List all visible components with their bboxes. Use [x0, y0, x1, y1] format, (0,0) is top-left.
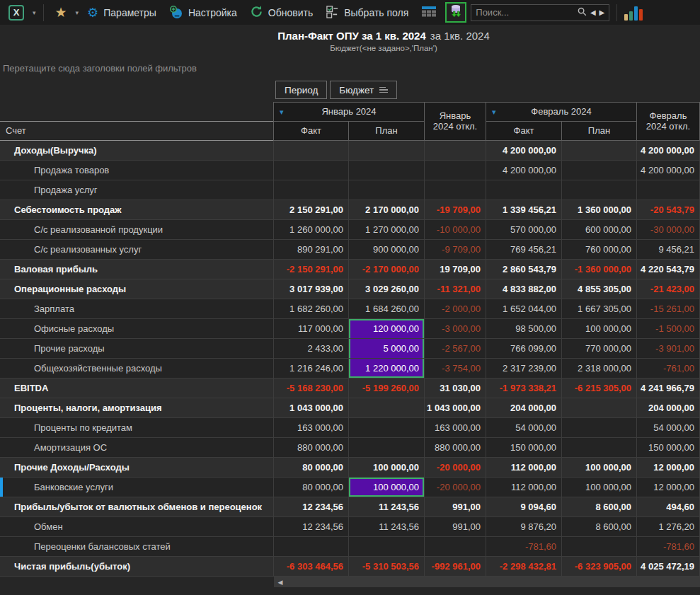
value-cell[interactable]: 4 025 472,19	[637, 557, 700, 577]
subcolumn-header-plan[interactable]: План	[561, 121, 637, 141]
value-cell[interactable]	[562, 537, 637, 557]
value-cell[interactable]: -2 150 291,00	[274, 260, 349, 279]
value-cell[interactable]: 80 000,00	[274, 478, 349, 497]
value-cell[interactable]: -6 215 305,00	[562, 379, 637, 398]
favorites-button[interactable]: ★	[51, 4, 71, 21]
table-row[interactable]: Доходы(Выручка)4 200 000,004 200 000,00	[0, 141, 700, 161]
value-cell[interactable]: 4 200 000,00	[637, 161, 700, 180]
value-cell[interactable]: 12 000,00	[637, 478, 700, 497]
value-cell[interactable]	[274, 141, 349, 161]
table-row[interactable]: Общехозяйственные расходы1 216 246,001 2…	[0, 359, 700, 379]
value-cell[interactable]: 769 456,21	[486, 240, 562, 260]
row-label[interactable]: Прочие расходы	[0, 339, 274, 359]
table-row[interactable]: Чистая прибыль(убыток)-6 303 464,56-5 31…	[0, 557, 700, 577]
value-cell[interactable]: -15 261,00	[637, 299, 700, 319]
value-cell[interactable]: 2 170 000,00	[349, 200, 425, 220]
value-cell[interactable]: 2 317 239,00	[486, 359, 562, 379]
value-cell[interactable]: 1 220 000,00	[349, 359, 425, 379]
value-cell[interactable]: 163 000,00	[425, 418, 486, 438]
table-row[interactable]: Себестоимость продаж2 150 291,002 170 00…	[0, 200, 700, 220]
value-cell[interactable]	[562, 418, 637, 438]
column-header-january[interactable]: ▾ Январь 2024	[273, 102, 425, 122]
row-label[interactable]: Продажа товаров	[0, 161, 274, 180]
row-area-header[interactable]: Счет	[0, 121, 274, 141]
value-cell[interactable]: 54 000,00	[637, 418, 700, 438]
table-row[interactable]: Амортизация ОС880 000,00880 000,00150 00…	[0, 438, 700, 458]
table-row[interactable]: EBITDA-5 168 230,00-5 199 260,0031 030,0…	[0, 379, 700, 398]
favorites-dropdown-caret-icon[interactable]: ▾	[76, 9, 79, 16]
value-cell[interactable]: 8 600,00	[562, 497, 637, 517]
value-cell[interactable]	[425, 537, 486, 557]
row-label[interactable]: Проценты по кредитам	[0, 418, 274, 438]
value-cell[interactable]: 880 000,00	[425, 438, 486, 458]
value-cell[interactable]	[349, 141, 425, 161]
value-cell[interactable]: 2 860 543,79	[486, 260, 562, 279]
value-cell[interactable]: -30 000,00	[637, 220, 700, 240]
table-row[interactable]: Зарплата1 682 260,001 684 260,00-2 000,0…	[0, 299, 700, 319]
value-cell[interactable]: -5 310 503,56	[349, 557, 425, 577]
subcolumn-header-fact[interactable]: Факт	[486, 121, 562, 141]
value-cell[interactable]: 12 234,56	[274, 517, 349, 537]
value-cell[interactable]: -761,00	[637, 359, 700, 379]
value-cell[interactable]: 880 000,00	[274, 438, 349, 458]
field-button-period[interactable]: Период	[275, 81, 327, 99]
value-cell[interactable]: 900 000,00	[349, 240, 425, 260]
value-cell[interactable]	[349, 537, 425, 557]
value-cell[interactable]	[274, 161, 349, 180]
field-button-budget[interactable]: Бюджет	[330, 81, 397, 99]
value-cell[interactable]: -6 303 464,56	[274, 557, 349, 577]
collapse-arrow-icon[interactable]: ▾	[280, 108, 284, 117]
column-header-january-deviation[interactable]: Январь 2024 откл.	[424, 102, 486, 141]
value-cell[interactable]: 1 682 260,00	[274, 299, 349, 319]
value-cell[interactable]	[425, 141, 486, 161]
row-label[interactable]: Проценты, налоги, амортизация	[0, 398, 274, 418]
value-cell[interactable]: -19 709,00	[425, 200, 486, 220]
value-cell[interactable]	[425, 180, 486, 200]
search-input[interactable]	[476, 7, 574, 18]
row-label[interactable]: Зарплата	[0, 299, 274, 319]
value-cell[interactable]: 9 456,21	[637, 240, 700, 260]
value-cell[interactable]: 890 291,00	[274, 240, 349, 260]
table-row[interactable]: Операционные расходы3 017 939,003 029 26…	[0, 279, 700, 299]
value-cell[interactable]: -781,60	[486, 537, 562, 557]
row-label[interactable]: Общехозяйственные расходы	[0, 359, 274, 379]
table-row[interactable]: Прочие расходы2 433,005 000,00-2 567,007…	[0, 339, 700, 359]
value-cell[interactable]: -2 000,00	[425, 299, 486, 319]
value-cell[interactable]: -11 321,00	[425, 279, 486, 299]
parameters-button[interactable]: ⚙ Параметры	[83, 4, 161, 21]
row-label[interactable]: Операционные расходы	[0, 279, 274, 299]
value-cell[interactable]: 494,60	[637, 497, 700, 517]
value-cell[interactable]: 1 276,20	[637, 517, 700, 537]
value-cell[interactable]	[274, 537, 349, 557]
row-label[interactable]: Офисные расходы	[0, 319, 274, 339]
value-cell[interactable]: 1 652 044,00	[486, 299, 562, 319]
column-header-february-deviation[interactable]: Февраль 2024 откл.	[636, 102, 700, 141]
value-cell[interactable]: 80 000,00	[274, 458, 349, 478]
collapse-arrow-icon[interactable]: ▾	[492, 108, 496, 117]
value-cell[interactable]: -5 168 230,00	[274, 379, 349, 398]
value-cell[interactable]: 4 200 000,00	[637, 141, 700, 161]
value-cell[interactable]	[274, 180, 349, 200]
value-cell[interactable]: 4 855 305,00	[562, 279, 637, 299]
value-cell[interactable]: 3 017 939,00	[274, 279, 349, 299]
value-cell[interactable]	[349, 180, 425, 200]
value-cell[interactable]: 770 000,00	[562, 339, 637, 359]
value-cell[interactable]: 112 000,00	[486, 478, 562, 497]
value-cell[interactable]: 1 270 000,00	[349, 220, 425, 240]
value-cell[interactable]	[562, 161, 637, 180]
value-cell[interactable]: 100 000,00	[562, 478, 637, 497]
table-row[interactable]: С/с реализованных услуг890 291,00900 000…	[0, 240, 700, 260]
value-cell[interactable]	[349, 438, 425, 458]
excel-export-button[interactable]: X	[4, 3, 28, 23]
value-cell[interactable]: 4 200 000,00	[486, 141, 562, 161]
value-cell[interactable]: 5 000,00	[349, 339, 425, 359]
value-cell[interactable]: 100 000,00	[349, 458, 425, 478]
row-label[interactable]: EBITDA	[0, 379, 274, 398]
table-row[interactable]: Продажа товаров4 200 000,004 200 000,00	[0, 161, 700, 180]
value-cell[interactable]: -20 543,79	[637, 200, 700, 220]
value-cell[interactable]: 11 243,56	[349, 517, 425, 537]
value-cell[interactable]: 204 000,00	[637, 398, 700, 418]
value-cell[interactable]: -1 500,00	[637, 319, 700, 339]
table-row[interactable]: Офисные расходы117 000,00120 000,00-3 00…	[0, 319, 700, 339]
search-prev-icon[interactable]: ◀	[590, 8, 596, 16]
